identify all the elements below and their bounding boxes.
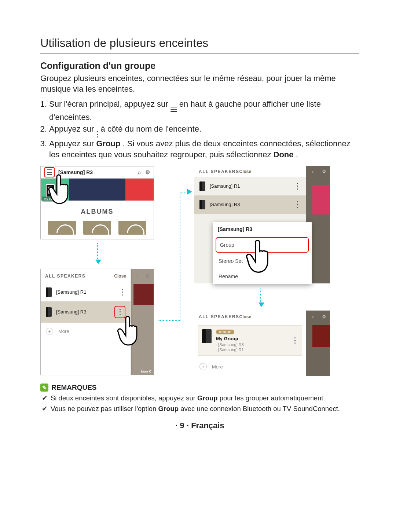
remark-1-a: Si deux enceintes sont disponibles, appu…: [51, 394, 197, 402]
album-thumbnail[interactable]: [118, 221, 146, 235]
step-3-done: Done: [274, 150, 294, 159]
remark-2-a: Vous ne pouvez pas utiliser l'option: [51, 405, 158, 412]
close-link[interactable]: Close: [239, 169, 251, 174]
group-badge: GROUP: [216, 330, 234, 334]
step-3: Appuyez sur Group . Si vous avez plus de…: [49, 138, 359, 160]
step-2: Appuyez sur à côté du nom de l'enceinte.: [49, 124, 359, 138]
step-2-text-b: à côté du nom de l'enceinte.: [101, 124, 202, 133]
title-rule: [40, 54, 359, 54]
plus-icon: +: [199, 363, 207, 370]
remark-2-bold: Group: [158, 405, 179, 412]
kebab-icon: [96, 131, 98, 137]
group-title: My Group: [216, 336, 287, 341]
album-thumbnail[interactable]: [83, 221, 111, 235]
phone-label: My Phone: [42, 197, 60, 202]
speaker-name: [Samsung] R1: [210, 183, 290, 189]
kebab-button[interactable]: [119, 288, 125, 296]
panel-d-header: ALL SPEAKERS: [199, 314, 239, 319]
speaker-icon: [202, 329, 212, 343]
hamburger-button[interactable]: [44, 167, 55, 177]
arrow-right-icon: [187, 189, 192, 195]
more-label: More: [58, 329, 69, 334]
kebab-button[interactable]: [292, 337, 298, 345]
speaker-row-r3[interactable]: [Samsung] R3: [194, 195, 306, 214]
phone-icon: [46, 184, 55, 197]
popup-title: [Samsung] R3: [213, 222, 312, 236]
gear-icon[interactable]: ⚙: [145, 169, 150, 176]
context-popup: [Samsung] R3 Group Stereo Set Rename: [213, 222, 312, 284]
panel-b-header: ALL SPEAKERS: [45, 274, 85, 279]
speaker-icon: [46, 307, 52, 317]
kebab-button[interactable]: [294, 182, 301, 190]
gear-icon[interactable]: ⚙: [322, 169, 326, 174]
arrow-connector: [180, 192, 180, 321]
page-title: Utilisation de plusieurs enceintes: [40, 37, 359, 50]
remarks-title: REMARQUES: [51, 384, 97, 392]
group-card[interactable]: GROUP My Group · [Samsung] R3 · [Samsung…: [198, 325, 302, 356]
kebab-button-highlight[interactable]: [114, 306, 125, 318]
arrow-down-icon: [97, 243, 98, 263]
plus-icon: +: [46, 328, 53, 335]
section-heading: Configuration d'un groupe: [40, 60, 359, 71]
popup-option-group[interactable]: Group: [216, 237, 309, 253]
speaker-name: [Samsung] R3: [210, 202, 290, 207]
popup-option-rename[interactable]: Rename: [213, 269, 312, 284]
search-icon[interactable]: ⌕: [138, 169, 141, 175]
remark-1: Si deux enceintes sont disponibles, appu…: [51, 394, 359, 403]
speaker-icon: [46, 287, 52, 297]
step-2-text-a: Appuyez sur: [49, 124, 96, 133]
panel-main-screen: [Samsung] R3 ⌕ ⚙ My Phone ALBUMS: [40, 166, 154, 239]
step-1: Sur l'écran principal, appuyez sur en ha…: [49, 99, 359, 123]
steps-list: Sur l'écran principal, appuyez sur en ha…: [40, 99, 359, 160]
search-icon[interactable]: ⌕: [135, 273, 138, 279]
more-row[interactable]: + More: [41, 323, 131, 340]
arrow-down-icon: [260, 289, 261, 306]
group-sub-2: · [Samsung] R1: [216, 347, 287, 352]
close-link[interactable]: Close: [114, 274, 126, 279]
search-icon[interactable]: ⌕: [312, 314, 315, 319]
speaker-icon: [199, 181, 205, 191]
remark-1-bold: Group: [197, 394, 218, 402]
step-3-text-a: Appuyez sur: [49, 139, 96, 148]
remark-1-b: pour les grouper automatiquement.: [220, 394, 325, 402]
album-thumbnail[interactable]: [48, 221, 76, 235]
panel-a-device: [Samsung] R3: [58, 169, 93, 175]
speaker-name: [Samsung] R3: [56, 309, 110, 315]
more-row[interactable]: + More: [194, 358, 306, 375]
arrow-connector: [158, 320, 180, 321]
page-footer: · 9 · Français: [40, 421, 359, 430]
note-icon: ✎: [40, 384, 48, 392]
hamburger-icon: [170, 107, 177, 112]
gear-icon[interactable]: ⚙: [145, 273, 150, 279]
gear-icon[interactable]: ⚙: [322, 314, 326, 319]
intro-text: Groupez plusieurs enceintes, connectées …: [40, 73, 359, 94]
album-bg-label: bum C: [141, 370, 151, 373]
panel-speaker-list: ⌕ ⚙ bum C ALL SPEAKERS Close [Samsung] R…: [40, 269, 154, 375]
step-3-text-c: .: [296, 150, 298, 159]
albums-label: ALBUMS: [41, 201, 154, 221]
speaker-row-r1[interactable]: [Samsung] R1: [194, 177, 306, 195]
popup-option-stereo[interactable]: Stereo Set: [213, 253, 312, 269]
panel-context-menu: ⌕ ⚙ ALL SPEAKERS Close [Samsung] R1 [Sam…: [194, 166, 330, 283]
panel-a-header: [Samsung] R3 ⌕ ⚙: [41, 166, 154, 179]
arrow-connector: [180, 192, 188, 192]
step-1-text-a: Sur l'écran principal, appuyez sur: [49, 99, 170, 109]
remarks-section: ✎ REMARQUES Si deux enceintes sont dispo…: [40, 384, 359, 414]
remark-2-b: avec une connexion Bluetooth ou TV Sound…: [180, 405, 340, 412]
group-sub-1: · [Samsung] R3: [216, 342, 287, 347]
remark-2: Vous ne pouvez pas utiliser l'option Gro…: [51, 404, 359, 414]
kebab-button[interactable]: [294, 201, 301, 209]
step-3-group: Group: [96, 139, 120, 148]
search-icon[interactable]: ⌕: [312, 169, 315, 174]
more-label: More: [212, 364, 223, 370]
figure: [Samsung] R3 ⌕ ⚙ My Phone ALBUMS ⌕: [40, 166, 359, 377]
panel-group-result: ⌕ ⚙ ALL SPEAKERS Close GROUP My Group · …: [194, 311, 330, 376]
close-link[interactable]: Close: [239, 314, 251, 319]
speaker-row-r1[interactable]: [Samsung] R1: [41, 283, 131, 301]
speaker-name: [Samsung] R1: [56, 289, 114, 295]
panel-c-header: ALL SPEAKERS: [199, 169, 239, 174]
speaker-icon: [199, 200, 205, 209]
speaker-row-r3[interactable]: [Samsung] R3: [41, 301, 131, 323]
